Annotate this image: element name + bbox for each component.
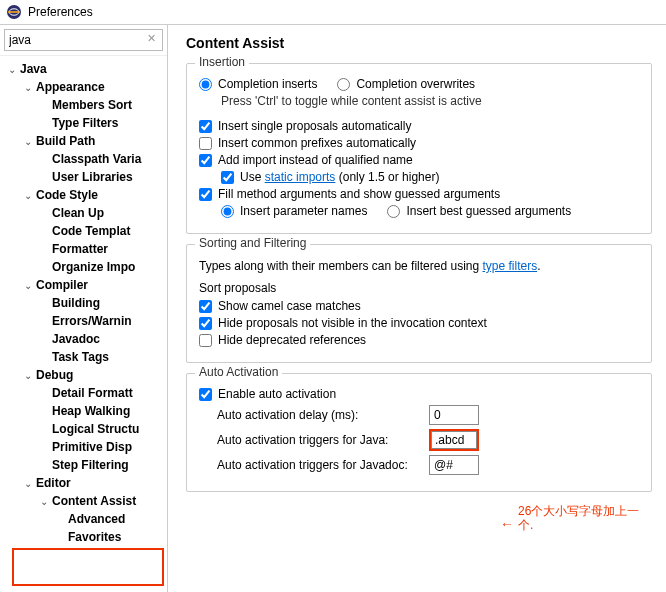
checkbox-label: Enable auto activation: [218, 387, 336, 401]
chevron-down-icon[interactable]: ⌄: [22, 136, 34, 147]
tree-item-label: Errors/Warnin: [50, 314, 132, 328]
checkbox-label: Hide proposals not visible in the invoca…: [218, 316, 487, 330]
tree-item-label: Java: [18, 62, 47, 76]
static-imports-link[interactable]: static imports: [265, 170, 336, 184]
sorting-group: Sorting and Filtering Types along with t…: [186, 244, 652, 363]
checkbox-label: Hide deprecated references: [218, 333, 366, 347]
insert-prefixes-checkbox[interactable]: [199, 137, 212, 150]
tree-item-label: Organize Impo: [50, 260, 135, 274]
tree-item-label: Debug: [34, 368, 73, 382]
radio-label: Insert parameter names: [240, 204, 367, 218]
text: .: [537, 259, 540, 273]
titlebar: Preferences: [0, 0, 666, 25]
chevron-down-icon[interactable]: ⌄: [38, 496, 50, 507]
group-title: Insertion: [195, 55, 249, 69]
tree-item[interactable]: Classpath Varia: [0, 150, 167, 168]
javadoc-triggers-input[interactable]: [429, 455, 479, 475]
add-import-checkbox[interactable]: [199, 154, 212, 167]
chevron-down-icon[interactable]: ⌄: [22, 478, 34, 489]
tree-item-label: Clean Up: [50, 206, 104, 220]
tree-item[interactable]: ⌄Appearance: [0, 78, 167, 96]
insert-param-radio[interactable]: [221, 205, 234, 218]
tree-item[interactable]: Organize Impo: [0, 258, 167, 276]
chevron-down-icon[interactable]: ⌄: [22, 190, 34, 201]
text: (only 1.5 or higher): [335, 170, 439, 184]
checkbox-label: Insert common prefixes automatically: [218, 136, 416, 150]
completion-overwrites-radio[interactable]: [337, 78, 350, 91]
tree-item[interactable]: Building: [0, 294, 167, 312]
tree-item-label: Javadoc: [50, 332, 100, 346]
tree-item-label: Primitive Disp: [50, 440, 132, 454]
use-static-imports-checkbox[interactable]: [221, 171, 234, 184]
checkbox-label: Show camel case matches: [218, 299, 361, 313]
insert-single-checkbox[interactable]: [199, 120, 212, 133]
tree-item[interactable]: ⌄Code Style: [0, 186, 167, 204]
tree-item[interactable]: Primitive Disp: [0, 438, 167, 456]
insert-best-radio[interactable]: [387, 205, 400, 218]
tree-item-label: Build Path: [34, 134, 95, 148]
checkbox-label: Use static imports (only 1.5 or higher): [240, 170, 439, 184]
java-triggers-input[interactable]: [431, 431, 477, 449]
svg-rect-2: [8, 11, 20, 13]
tree-item[interactable]: Javadoc: [0, 330, 167, 348]
tree-item[interactable]: Logical Structu: [0, 420, 167, 438]
java-triggers-label: Auto activation triggers for Java:: [199, 433, 429, 447]
tree-item[interactable]: ⌄Content Assist: [0, 492, 167, 510]
auto-activation-group: Auto Activation Enable auto activation A…: [186, 373, 652, 492]
tree-item-label: Members Sort: [50, 98, 132, 112]
tree-item[interactable]: Clean Up: [0, 204, 167, 222]
tree-item[interactable]: Members Sort: [0, 96, 167, 114]
hint-text: Press 'Ctrl' to toggle while content ass…: [221, 94, 639, 108]
description: Types along with their members can be fi…: [199, 259, 639, 273]
hide-not-visible-checkbox[interactable]: [199, 317, 212, 330]
tree-item[interactable]: Step Filtering: [0, 456, 167, 474]
checkbox-label: Fill method arguments and show guessed a…: [218, 187, 500, 201]
clear-search-icon[interactable]: ✕: [145, 32, 157, 44]
chevron-down-icon[interactable]: ⌄: [22, 280, 34, 291]
tree-item-label: User Libraries: [50, 170, 133, 184]
fill-args-checkbox[interactable]: [199, 188, 212, 201]
tree-item-label: Content Assist: [50, 494, 136, 508]
tree-item[interactable]: Detail Formatt: [0, 384, 167, 402]
tree-item[interactable]: ⌄Debug: [0, 366, 167, 384]
hide-deprecated-checkbox[interactable]: [199, 334, 212, 347]
tree-item[interactable]: User Libraries: [0, 168, 167, 186]
window-title: Preferences: [28, 5, 93, 19]
radio-label: Completion inserts: [218, 77, 317, 91]
tree-item-label: Building: [50, 296, 100, 310]
search-input[interactable]: [4, 29, 163, 51]
camel-case-checkbox[interactable]: [199, 300, 212, 313]
tree-item[interactable]: ⌄Compiler: [0, 276, 167, 294]
tree-item[interactable]: ⌄Build Path: [0, 132, 167, 150]
chevron-down-icon[interactable]: ⌄: [22, 370, 34, 381]
preferences-tree: ⌄Java⌄AppearanceMembers SortType Filters…: [0, 56, 167, 592]
sort-proposals-label: Sort proposals: [199, 281, 639, 295]
tree-item[interactable]: Code Templat: [0, 222, 167, 240]
text: Types along with their members can be fi…: [199, 259, 482, 273]
tree-item[interactable]: Type Filters: [0, 114, 167, 132]
tree-item[interactable]: Task Tags: [0, 348, 167, 366]
enable-auto-activation-checkbox[interactable]: [199, 388, 212, 401]
delay-label: Auto activation delay (ms):: [199, 408, 429, 422]
tree-item-label: Task Tags: [50, 350, 109, 364]
tree-item-label: Heap Walking: [50, 404, 130, 418]
chevron-down-icon[interactable]: ⌄: [6, 64, 18, 75]
tree-item[interactable]: Errors/Warnin: [0, 312, 167, 330]
delay-input[interactable]: [429, 405, 479, 425]
tree-item-label: Code Templat: [50, 224, 130, 238]
group-title: Sorting and Filtering: [195, 236, 310, 250]
chevron-down-icon[interactable]: ⌄: [22, 82, 34, 93]
tree-item[interactable]: Favorites: [0, 528, 167, 546]
tree-item[interactable]: Formatter: [0, 240, 167, 258]
java-triggers-highlight: [429, 429, 479, 451]
tree-item-label: Favorites: [66, 530, 121, 544]
radio-label: Insert best guessed arguments: [406, 204, 571, 218]
tree-item-label: Step Filtering: [50, 458, 129, 472]
tree-item-label: Type Filters: [50, 116, 118, 130]
tree-item[interactable]: ⌄Editor: [0, 474, 167, 492]
completion-inserts-radio[interactable]: [199, 78, 212, 91]
tree-item[interactable]: Heap Walking: [0, 402, 167, 420]
tree-item[interactable]: ⌄Java: [0, 60, 167, 78]
type-filters-link[interactable]: type filters: [482, 259, 537, 273]
tree-item[interactable]: Advanced: [0, 510, 167, 528]
